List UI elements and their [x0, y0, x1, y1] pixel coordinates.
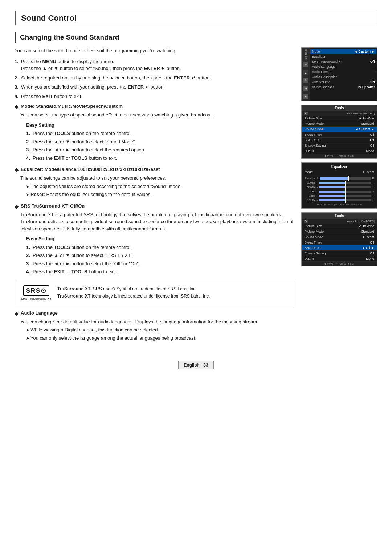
auto-vol-value: Off: [370, 80, 375, 84]
easy-step-1-4: 4. Press the EXIT or TOOLS button to exi…: [26, 155, 294, 162]
srs-line1: TruSurround XT, SRS and ⊙ Symbol are tra…: [57, 286, 210, 292]
anynet-key-1: A: [304, 112, 308, 115]
e3-num: 3.: [26, 146, 30, 154]
khz10-plus: +: [372, 199, 374, 202]
diamond-icon-mode: ◆: [15, 104, 19, 110]
srs-left-arrow: ◄: [362, 246, 365, 250]
sleep-val-2: Off: [370, 241, 374, 244]
srs-ts-val-1: Off: [370, 138, 374, 142]
khz3-bar: [319, 195, 371, 197]
dual-label-1: Dual II: [305, 149, 314, 153]
left-arrow-mode: ◄: [354, 50, 358, 53]
select-speaker-value: TV Speaker: [357, 85, 375, 89]
diamond-icon-audio: ◆: [15, 311, 19, 316]
sound-mode-val-2: Custom: [363, 235, 374, 239]
exit-key-2: EXIT: [54, 155, 65, 161]
tools-anynet-2: A Anynet+ (HDMI-CEC): [302, 219, 377, 224]
eq-bar-10khz: 10kHz - +: [305, 199, 374, 202]
eq-note-1: The adjusted values are stored according…: [20, 183, 294, 190]
anynet-key-2: A: [304, 220, 308, 223]
sound-row-auto-vol: Auto Volume Off: [312, 79, 375, 85]
easy-step-1-1: 1. Press the TOOLS button on the remote …: [26, 130, 294, 137]
khz10-marker: [345, 198, 346, 202]
right-arrow-mode: ►: [372, 50, 375, 53]
step-4-num: 4.: [15, 93, 19, 100]
srs-trademark-text: TruSurround XT, SRS and ⊙ Symbol are tra…: [57, 286, 210, 299]
s3-num: 3.: [26, 260, 30, 267]
audio-note-1: While viewing a Digital channel, this fu…: [20, 326, 294, 334]
srs-ts-label-1: SRS TS XT: [305, 138, 321, 142]
bullet-srs: ◆ SRS TruSurround XT: Off/On TruSurround…: [15, 203, 294, 275]
tools-row-dual-2: Dual II Mono: [302, 256, 377, 262]
reset-key: Reset:: [30, 192, 45, 197]
srs-value: Off: [370, 60, 375, 64]
easy-step-1-3: 3. Press the ◄ or ► button to select the…: [26, 146, 294, 154]
sleep-label-2: Sleep Timer: [305, 241, 322, 244]
sound-row-select-speaker: Select Speaker TV Speaker: [312, 85, 375, 90]
tools-row-sleep-1: Sleep Timer Off: [302, 132, 377, 138]
sleep-val-1: Off: [370, 133, 374, 136]
sound-mode-val-1: Custom: [359, 127, 370, 131]
srs-trusurround-label: SRS TruSurround XT: [21, 297, 52, 300]
hz100-label: 100Hz: [305, 181, 315, 184]
bullet-srs-text: TruSurround XT is a patented SRS technol…: [20, 212, 293, 232]
subsection-title: Changing the Sound Standard: [15, 32, 377, 43]
easy-step-2-2: 2. Press the ▲ or ▼ button to select "SR…: [26, 252, 294, 259]
tools-panel-2: Tools A Anynet+ (HDMI-CEC) Picture Size …: [301, 212, 377, 266]
sound-row-equalizer: Equalizer: [312, 54, 375, 59]
sound-sidebar: Sound ☰ ♪ ⚙ ◀ ▶: [302, 48, 310, 101]
sidebar-column: Sound ☰ ♪ ⚙ ◀ ▶ Mode ◄ Custom: [301, 47, 377, 347]
bullet-eq-title: Equalizer: Mode/Balance/100Hz/300Hz/1kHz…: [21, 167, 160, 172]
eq-bar-100hz: 100Hz - +: [305, 181, 374, 184]
sound-sidebar-label: Sound: [304, 49, 307, 59]
tools-row-sound-mode-2: Sound Mode Custom: [302, 234, 377, 240]
bullet-mode: ◆ Mode: Standard/Music/Movie/Speech/Cust…: [15, 103, 294, 161]
srs-logo-block: SRS⊙ SRS TruSurround XT: [21, 285, 52, 300]
tools-row-pic-mode-2: Picture Mode Standard: [302, 229, 377, 234]
step-2: 2. Select the required option by pressin…: [15, 74, 294, 82]
khz1-label: 1kHz: [305, 190, 315, 193]
hz300-label: 300Hz: [305, 185, 315, 189]
eq-bar-300hz: 300Hz - +: [305, 185, 374, 189]
step-4: 4. Press the EXIT button to exit.: [15, 93, 294, 100]
tools-footer-2: ◆ Move ↔ Adjust ■ Exit: [302, 262, 377, 266]
khz1-plus: +: [372, 190, 374, 193]
tools-row-srs-2: SRS TS XT ◄ Off ►: [302, 245, 377, 251]
tools-row-pic-size-1: Picture Size Auto Wide: [302, 116, 377, 121]
select-speaker-label: Select Speaker: [312, 85, 334, 89]
exit-key-3: EXIT: [54, 269, 65, 274]
khz1-marker: [345, 189, 346, 194]
sound-icon-3: ⚙: [303, 78, 308, 83]
sound-mode-label: Mode: [312, 50, 320, 53]
eq-mode-row: Mode Custom: [305, 170, 374, 175]
bullet-srs-title: SRS TruSurround XT: Off/On: [21, 203, 85, 209]
easy-step-2-4: 4. Press the EXIT or TOOLS button to exi…: [26, 268, 294, 275]
easy-steps-2: 1. Press the TOOLS button on the remote …: [20, 244, 294, 275]
tools-title-1: Tools: [302, 105, 377, 111]
sound-row-srs: SRS TruSurround XT Off: [312, 59, 375, 64]
sound-icon-1: ☰: [303, 62, 308, 67]
bullet-eq-text: The sound settings can be adjusted to su…: [20, 175, 166, 181]
sound-mode-right-arrow: ►: [371, 128, 374, 131]
tools-row-energy-1: Energy Saving Off: [302, 143, 377, 148]
trusurround-bold-2: TruSurround XT: [57, 294, 90, 299]
intro-text: You can select the sound mode to best su…: [15, 47, 294, 54]
e4-num: 4.: [26, 155, 30, 162]
dual-val-1: Mono: [366, 149, 374, 153]
tools-panel-1: Tools A Anynet+ (HDMI-CEC) Picture Size …: [301, 105, 377, 159]
tools-row-srs-1: SRS TS XT Off: [302, 138, 377, 143]
sound-row-audio-desc: Audio Description: [312, 74, 375, 79]
s1-num: 1.: [26, 244, 30, 251]
hz300-plus: +: [372, 185, 374, 189]
page-container: Sound Control Changing the Sound Standar…: [15, 11, 377, 369]
khz3-label: 3kHz: [305, 194, 315, 197]
tools-row-pic-mode-1: Picture Mode Standard: [302, 121, 377, 127]
hz100-minus: -: [317, 181, 318, 184]
sound-menu-panel: Sound ☰ ♪ ⚙ ◀ ▶ Mode ◄ Custom: [301, 47, 377, 101]
audio-note-2: You can only select the language among t…: [20, 335, 294, 342]
enter-key-1: ENTER ↵: [144, 66, 165, 71]
tools-key-1: TOOLS: [54, 131, 70, 136]
footer: English - 33: [15, 354, 377, 369]
enter-key-2: ENTER ↵: [174, 75, 195, 81]
eq-note-2: Reset: Resets the equalizer settings to …: [20, 191, 294, 198]
